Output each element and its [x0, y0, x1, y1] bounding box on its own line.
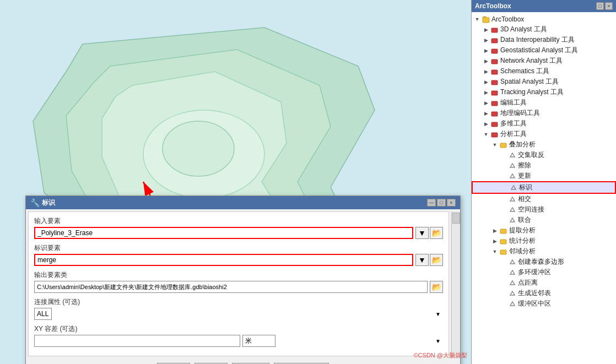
svg-rect-21: [500, 229, 506, 233]
tree-biaoshi-tool[interactable]: ▶ 标识: [472, 181, 616, 194]
tree-analysis[interactable]: ▼ 分析工具: [472, 129, 616, 139]
tree-root[interactable]: ▼ ArcToolbox: [472, 14, 616, 24]
xy-tolerance-row: 米 ▼: [34, 335, 443, 347]
tree-spatial[interactable]: ▶ Spatial Analyst 工具: [472, 77, 616, 87]
spatial-icon: [490, 78, 499, 86]
tree-buffer-tool[interactable]: ▶ 多环缓冲区: [472, 267, 616, 278]
tree-geo[interactable]: ▶ Geostatistical Analyst 工具: [472, 45, 616, 56]
svg-rect-23: [500, 250, 506, 254]
spatial-join-tool-icon: [508, 205, 517, 214]
identity-features-input[interactable]: [34, 254, 413, 266]
svg-rect-20: [500, 143, 506, 148]
tree-geocode[interactable]: ▶ 地理编码工具: [472, 108, 616, 118]
overlay-icon: [499, 140, 508, 149]
tree-thiessen-tool[interactable]: ▶ 创建泰森多边形: [472, 257, 616, 267]
tree-union-tool[interactable]: ▶ 联合: [472, 215, 616, 225]
svg-rect-19: [491, 133, 498, 137]
buffer-tool-icon: [508, 268, 517, 277]
thiessen-tool-icon: [508, 258, 517, 267]
interop-icon: [490, 36, 499, 45]
identity-features-section: 标识要素 ▼ 📂: [34, 243, 443, 266]
tracking-expand: ▶: [482, 88, 490, 97]
tree-erase-tool[interactable]: ▶ 擦除: [472, 160, 616, 171]
svg-rect-9: [491, 28, 498, 32]
tree-overlay[interactable]: ▼ 叠加分析: [472, 139, 616, 150]
tree-stats[interactable]: ▶ 统计分析: [472, 236, 616, 246]
tracking-label: Tracking Analyst 工具: [500, 88, 564, 97]
dialog-title-icon: 🔧: [30, 198, 40, 207]
dialog-restore-btn[interactable]: □: [437, 199, 446, 207]
spatial-label: Spatial Analyst 工具: [500, 77, 559, 86]
tree-bufferzone-tool[interactable]: ▶ 缓冲区中区: [472, 298, 616, 309]
output-browse-btn[interactable]: 📂: [430, 281, 443, 293]
svg-rect-10: [491, 39, 498, 43]
tree-spatial-join-tool[interactable]: ▶ 空间连接: [472, 204, 616, 215]
join-attrib-arrow: ▼: [435, 311, 441, 317]
tree-3d-analyst[interactable]: ▶ 3D Analyst 工具: [472, 24, 616, 35]
dialog-close-btn[interactable]: ×: [447, 199, 456, 207]
tree-network[interactable]: ▶ Network Analyst 工具: [472, 56, 616, 66]
tree-pointdist-tool[interactable]: ▶ 点距离: [472, 278, 616, 288]
biaoshi-tool-icon: [509, 183, 518, 192]
tree-edit[interactable]: ▶ 编辑工具: [472, 97, 616, 108]
arctoolbox-titlebar: ArcToolbox □ ×: [472, 0, 616, 12]
svg-point-4: [163, 121, 234, 176]
identity-tool-label: 交集取反: [518, 150, 544, 160]
update-tool-label: 更新: [518, 171, 531, 181]
network-label: Network Analyst 工具: [500, 56, 563, 66]
analysis-icon: [490, 130, 499, 139]
input-features-dropdown-btn[interactable]: ▼: [415, 227, 429, 239]
input-features-input[interactable]: [34, 227, 413, 239]
arctoolbox-content[interactable]: ▼ ArcToolbox ▶ 3D Analyst 工具 ▶ Data Inte…: [472, 12, 616, 364]
tree-neighbor[interactable]: ▼ 邻域分析: [472, 246, 616, 257]
pointdist-tool-label: 点距离: [518, 278, 538, 287]
identity-features-browse-btn[interactable]: 📂: [430, 254, 443, 266]
join-attrib-select[interactable]: ALL: [34, 308, 52, 320]
xy-tolerance-input[interactable]: [34, 335, 240, 347]
identity-tool-icon: [508, 151, 517, 160]
svg-rect-8: [483, 18, 489, 23]
scroll-thumb[interactable]: [452, 213, 460, 224]
analysis-expand: ▼: [482, 130, 490, 139]
arctoolbox-panel: ArcToolbox □ × ▼ ArcToolbox ▶ 3D Analyst…: [471, 0, 616, 364]
svg-rect-18: [491, 122, 498, 127]
close-btn[interactable]: ×: [605, 2, 613, 10]
join-attrib-select-wrapper: ALL ▼: [34, 308, 443, 320]
extract-label: 提取分析: [509, 226, 536, 235]
dialog-title-text: 标识: [42, 198, 55, 208]
tree-update-tool[interactable]: ▶ 更新: [472, 171, 616, 181]
tree-nearline-tool[interactable]: ▶ 生成近邻表: [472, 288, 616, 298]
dialog-controls: — □ ×: [427, 199, 456, 207]
neighbor-label: 邻域分析: [509, 247, 536, 256]
tree-identity-tool[interactable]: ▶ 交集取反: [472, 150, 616, 160]
tree-extract[interactable]: ▶ 提取分析: [472, 225, 616, 236]
identity-features-dropdown-btn[interactable]: ▼: [415, 254, 429, 266]
nearline-tool-label: 生成近邻表: [518, 289, 551, 298]
schematics-label: Schematics 工具: [500, 67, 549, 76]
bufferzone-tool-icon: [508, 300, 517, 308]
input-features-section: 输入要素 ▼ 📂: [34, 216, 443, 239]
dialog-scrollbar[interactable]: [451, 211, 460, 358]
schematics-expand: ▶: [482, 67, 490, 76]
svg-rect-12: [491, 59, 498, 64]
xy-unit-select[interactable]: 米: [242, 335, 275, 347]
dialog-minimize-btn[interactable]: —: [427, 199, 436, 207]
output-input[interactable]: [34, 281, 428, 293]
dialog-title-area: 🔧 标识: [30, 198, 55, 208]
spatial-expand: ▶: [482, 78, 490, 86]
join-attrib-section: 连接属性 (可选) ALL ▼: [34, 297, 443, 320]
minimize-btn[interactable]: □: [596, 2, 604, 10]
tree-intersect-tool[interactable]: ▶ 相交: [472, 194, 616, 204]
input-features-row: ▼ 📂: [34, 227, 443, 239]
dialog-box: 🔧 标识 — □ × 输入要素 ▼ 📂: [25, 195, 461, 364]
tree-multidim[interactable]: ▶ 多维工具: [472, 118, 616, 129]
tree-tracking[interactable]: ▶ Tracking Analyst 工具: [472, 87, 616, 97]
input-features-browse-btn[interactable]: 📂: [430, 227, 443, 239]
tree-interop[interactable]: ▶ Data Interoperability 工具: [472, 35, 616, 45]
edit-expand: ▶: [482, 99, 490, 107]
arctoolbox-title: ArcToolbox: [475, 2, 511, 10]
tree-schematics[interactable]: ▶ Schematics 工具: [472, 66, 616, 77]
stats-label: 统计分析: [509, 236, 536, 246]
schematics-icon: [490, 67, 499, 76]
intersect-tool-label: 相交: [518, 194, 531, 204]
